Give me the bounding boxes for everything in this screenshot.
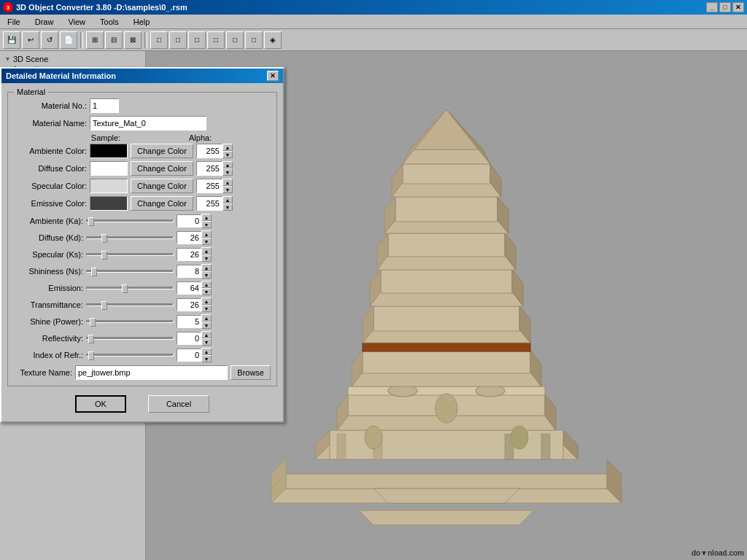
specular-alpha-up[interactable]: ▲	[222, 179, 233, 186]
toolbar-btn-9[interactable]: □	[245, 31, 263, 49]
slider-input-3[interactable]	[177, 265, 201, 278]
toolbar-btn-1[interactable]: ⊞	[86, 31, 104, 49]
dialog-close-button[interactable]: ✕	[267, 71, 279, 81]
slider-track-5[interactable]	[86, 303, 174, 306]
slider-down-3[interactable]: ▼	[201, 271, 212, 279]
slider-down-4[interactable]: ▼	[201, 288, 212, 295]
slider-down-7[interactable]: ▼	[201, 338, 212, 346]
toolbar-btn-5[interactable]: □	[169, 31, 187, 49]
minimize-button[interactable]: _	[706, 2, 718, 12]
maximize-button[interactable]: □	[719, 2, 731, 12]
slider-up-6[interactable]: ▲	[201, 314, 212, 322]
slider-up-3[interactable]: ▲	[201, 264, 212, 271]
slider-spinner-5: ▲ ▼	[177, 298, 212, 312]
ambiente-alpha-input[interactable]	[196, 144, 222, 158]
close-button[interactable]: ✕	[732, 2, 744, 12]
material-no-input[interactable]	[90, 98, 119, 113]
texture-name-input[interactable]	[75, 365, 228, 380]
slider-down-1[interactable]: ▼	[201, 238, 212, 245]
slider-up-8[interactable]: ▲	[201, 348, 212, 355]
slider-down-6[interactable]: ▼	[201, 322, 212, 329]
toolbar-redo[interactable]: ↺	[41, 31, 58, 49]
toolbar-undo[interactable]: ↩	[22, 31, 39, 49]
tree-item-scene[interactable]: ▼ 3D Scene	[3, 54, 142, 64]
slider-up-7[interactable]: ▲	[201, 331, 212, 338]
toolbar-btn-7[interactable]: □	[207, 31, 225, 49]
ambiente-alpha-up[interactable]: ▲	[222, 144, 233, 151]
slider-thumb-1[interactable]	[101, 234, 107, 243]
slider-input-7[interactable]	[177, 332, 201, 345]
ambiente-alpha-down[interactable]: ▼	[222, 151, 233, 158]
toolbar-btn-2[interactable]: ⊟	[105, 31, 123, 49]
slider-label-5: Transmittance:	[14, 300, 83, 309]
toolbar-save[interactable]: 💾	[3, 31, 20, 49]
ok-button[interactable]: OK	[75, 395, 126, 413]
slider-input-2[interactable]	[177, 248, 201, 261]
slider-thumb-5[interactable]	[101, 301, 107, 310]
emissive-alpha-spinner: ▲ ▼	[196, 196, 233, 211]
slider-track-4[interactable]	[86, 287, 174, 289]
specular-change-color-button[interactable]: Change Color	[131, 179, 193, 193]
expand-icon: ▼	[4, 55, 12, 63]
toolbar-btn-3[interactable]: ⊠	[124, 31, 142, 49]
slider-up-2[interactable]: ▲	[201, 247, 212, 254]
svg-rect-33	[374, 306, 519, 331]
diffuse-alpha-up[interactable]: ▲	[222, 161, 233, 168]
menu-view[interactable]: View	[63, 16, 90, 28]
toolbar-open[interactable]: 📄	[60, 31, 77, 49]
slider-track-3[interactable]	[86, 270, 174, 273]
material-name-input[interactable]	[90, 116, 206, 131]
slider-thumb-8[interactable]	[88, 351, 94, 360]
menu-draw[interactable]: Draw	[31, 16, 58, 28]
slider-spinner-3: ▲ ▼	[177, 264, 212, 279]
slider-up-0[interactable]: ▲	[201, 214, 212, 221]
slider-track-7[interactable]	[86, 337, 174, 340]
cancel-button[interactable]: Cancel	[148, 395, 209, 413]
ambiente-change-color-button[interactable]: Change Color	[131, 144, 193, 158]
slider-track-0[interactable]	[86, 219, 174, 222]
specular-alpha-down[interactable]: ▼	[222, 186, 233, 193]
slider-input-0[interactable]	[177, 214, 201, 228]
menu-file[interactable]: File	[3, 16, 25, 28]
slider-up-1[interactable]: ▲	[201, 230, 212, 238]
menu-tools[interactable]: Tools	[96, 16, 123, 28]
diffuse-change-color-button[interactable]: Change Color	[131, 161, 193, 176]
slider-down-5[interactable]: ▼	[201, 305, 212, 312]
emissive-change-color-button[interactable]: Change Color	[131, 196, 193, 211]
slider-thumb-4[interactable]	[122, 284, 128, 293]
slider-thumb-6[interactable]	[90, 318, 96, 327]
slider-down-2[interactable]: ▼	[201, 254, 212, 262]
diffuse-alpha-down[interactable]: ▼	[222, 168, 233, 176]
material-no-label: Material No.:	[14, 101, 87, 110]
slider-input-5[interactable]	[177, 298, 201, 311]
slider-track-2[interactable]	[86, 253, 174, 256]
slider-thumb-7[interactable]	[88, 335, 94, 343]
emissive-alpha-down[interactable]: ▼	[222, 203, 233, 211]
slider-input-1[interactable]	[177, 231, 201, 244]
slider-up-4[interactable]: ▲	[201, 281, 212, 288]
slider-track-1[interactable]	[86, 236, 174, 239]
toolbar-btn-4[interactable]: □	[150, 31, 168, 49]
slider-input-4[interactable]	[177, 281, 201, 295]
material-name-row: Material Name:	[14, 116, 271, 131]
slider-down-8[interactable]: ▼	[201, 355, 212, 362]
slider-input-6[interactable]	[177, 315, 201, 328]
toolbar-btn-6[interactable]: □	[188, 31, 206, 49]
slider-track-8[interactable]	[86, 354, 174, 357]
toolbar-btn-8[interactable]: □	[226, 31, 244, 49]
diffuse-alpha-input[interactable]	[196, 161, 222, 176]
slider-spinner-4: ▲ ▼	[177, 281, 212, 295]
toolbar-btn-10[interactable]: ◈	[264, 31, 282, 49]
slider-down-0[interactable]: ▼	[201, 221, 212, 228]
specular-alpha-input[interactable]	[196, 179, 222, 193]
slider-thumb-2[interactable]	[101, 251, 107, 260]
slider-up-5[interactable]: ▲	[201, 298, 212, 305]
emissive-alpha-up[interactable]: ▲	[222, 196, 233, 203]
slider-thumb-0[interactable]	[88, 217, 94, 226]
menu-help[interactable]: Help	[129, 16, 155, 28]
browse-button[interactable]: Browse	[231, 365, 271, 380]
slider-thumb-3[interactable]	[91, 268, 97, 276]
emissive-alpha-input[interactable]	[196, 196, 222, 211]
slider-input-8[interactable]	[177, 349, 201, 362]
slider-track-6[interactable]	[86, 320, 174, 323]
